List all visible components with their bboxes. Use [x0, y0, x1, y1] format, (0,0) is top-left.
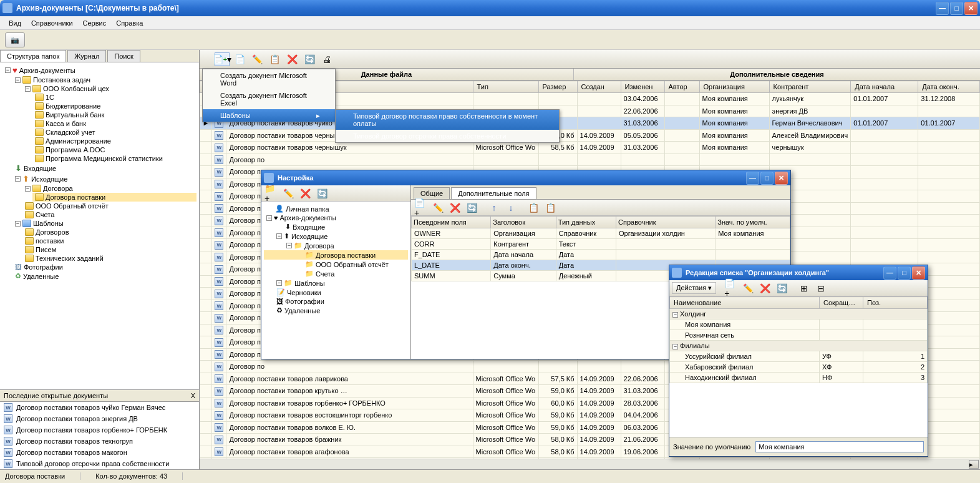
org-row[interactable]: Уссурийский филиалУФ1	[670, 351, 928, 362]
field-row[interactable]: CORRКонтрагентТекст	[412, 239, 790, 250]
settings-tree-item[interactable]: ⬇Входящие	[264, 222, 408, 232]
dd-excel[interactable]: Создать докунент Microsoft Excel	[203, 89, 335, 109]
org-edit[interactable]: ✏️	[740, 281, 755, 295]
delete-doc-button[interactable]: ❌	[284, 52, 299, 66]
field-row[interactable]: OWNERОрганизацияСправочникОрганизации хо…	[412, 228, 790, 239]
field-up[interactable]: ↑	[487, 201, 502, 215]
org-refresh[interactable]: 🔄	[774, 281, 789, 295]
copy-doc-button[interactable]: 📋	[267, 52, 282, 66]
recent-item[interactable]: WДоговор поставки товаров энергия ДВ	[0, 413, 199, 424]
minimize-button[interactable]: —	[936, 2, 949, 15]
org-row[interactable]: Хабаровский филиалХФ2	[670, 362, 928, 373]
settings-close[interactable]: ✕	[775, 172, 788, 185]
org-add[interactable]: 📄+	[724, 281, 739, 295]
tab-journal[interactable]: Журнал	[67, 50, 106, 62]
settings-min[interactable]: —	[746, 172, 759, 185]
settings-tree-item[interactable]: 🖼Фотографии	[264, 297, 408, 306]
tree-item[interactable]: Касса и банк	[32, 119, 196, 128]
field-down[interactable]: ↓	[503, 201, 518, 215]
org-row[interactable]: Находкинский филиалНФ3	[670, 373, 928, 383]
org-row[interactable]: Розничная сеть	[670, 330, 928, 341]
dd-word[interactable]: Создать докунент Microsoft Word	[203, 69, 335, 89]
settings-tree-item[interactable]: 📁Счета	[264, 269, 408, 278]
table-row[interactable]: WДоговор по	[200, 154, 980, 166]
org-group-row[interactable]: − Филиалы	[670, 341, 928, 351]
org-max[interactable]: □	[898, 266, 911, 280]
tree-item[interactable]: Виртуальный банк	[32, 110, 196, 119]
recent-item[interactable]: WТиповой договор отсрочки права собствен…	[0, 458, 199, 469]
horizontal-scrollbar[interactable]: ▸	[200, 459, 980, 469]
settings-delete[interactable]: ❌	[298, 187, 313, 200]
tree-item[interactable]: поставки	[22, 237, 196, 245]
tree-item[interactable]: Программа A.DOC	[32, 145, 196, 154]
table-row[interactable]: WДоговор поставки товаров чернышук Алекс…	[200, 129, 980, 142]
camera-button[interactable]: 📷	[5, 32, 25, 47]
fields-tab-extra[interactable]: Дополнительные поля	[451, 187, 536, 199]
add-doc-button[interactable]: 📄+▾	[215, 52, 230, 66]
org-collapse[interactable]: ⊟	[813, 281, 828, 295]
grid-col-header[interactable]: Создан	[577, 81, 621, 93]
field-row[interactable]: F_DATEДата началаДата	[412, 250, 790, 260]
menu-view[interactable]: Вид	[5, 18, 25, 28]
org-group-row[interactable]: − Холдинг	[670, 309, 928, 320]
tree-item[interactable]: 1С	[32, 93, 196, 102]
org-grid[interactable]: Наименование Сокращ… Поз. − ХолдингМоя к…	[669, 296, 928, 437]
org-actions-button[interactable]: Действия ▾	[672, 282, 716, 294]
close-icon[interactable]: X	[191, 392, 195, 399]
recent-item[interactable]: WДоговор поставки товаров техногруп	[0, 436, 199, 447]
dd-templates[interactable]: Шаблоны▸ Типовой договор поставки право …	[203, 109, 335, 122]
field-delete[interactable]: ❌	[447, 201, 462, 215]
maximize-button[interactable]: □	[950, 2, 963, 15]
grid-col-header[interactable]: Изменен	[621, 81, 664, 93]
settings-tree-item[interactable]: −📁Договора	[264, 241, 408, 250]
settings-refresh[interactable]: 🔄	[314, 187, 329, 200]
tree-item[interactable]: Писем	[22, 245, 196, 254]
grid-col-header[interactable]: Тип	[473, 81, 538, 93]
tree-item[interactable]: Договоров	[22, 228, 196, 237]
org-close[interactable]: ✕	[912, 266, 925, 280]
menu-help[interactable]: Справка	[112, 18, 147, 28]
grid-col-header[interactable]: Размер	[538, 81, 577, 93]
settings-tree-item[interactable]: 📝Черновики	[264, 288, 408, 297]
field-edit[interactable]: ✏️	[430, 201, 445, 215]
grid-col-header[interactable]: Контрагент	[769, 81, 851, 93]
dd-sub-2[interactable]: Типовой договор отсрочки права собственн…	[336, 130, 559, 142]
close-button[interactable]: ✕	[964, 2, 978, 15]
field-refresh[interactable]: 🔄	[464, 201, 479, 215]
org-delete[interactable]: ❌	[757, 281, 772, 295]
edit-doc-button[interactable]: ✏️	[250, 52, 264, 66]
settings-add-folder[interactable]: 📁+	[264, 187, 279, 200]
tree-item[interactable]: Складской учет	[32, 128, 196, 137]
field-paste[interactable]: 📋	[543, 201, 558, 215]
tree-item[interactable]: Технических заданий	[22, 254, 196, 263]
settings-tree-item[interactable]: 📁ООО Обратный отсчёт	[264, 260, 408, 269]
settings-tree-item[interactable]: 📁Договора поставки	[264, 250, 408, 260]
recent-item[interactable]: WДоговор поставки товаров горбенко+ ГОРБ…	[0, 424, 199, 436]
table-row[interactable]: WДоговор поставки товаров чернышукMicros…	[200, 142, 980, 154]
org-min[interactable]: —	[883, 266, 896, 280]
field-add[interactable]: 📄+	[414, 201, 429, 215]
recent-item[interactable]: WДоговор поставки товаров макогон	[0, 447, 199, 458]
org-default-input[interactable]	[755, 441, 924, 452]
settings-tree-item[interactable]: −♥Архив-документы	[264, 213, 408, 222]
new-doc-button[interactable]: 📄	[232, 52, 247, 66]
settings-tree-item[interactable]: −📁Шаблоны	[264, 278, 408, 288]
recent-item[interactable]: WДоговор поставки товаров чуйко Герман В…	[0, 402, 199, 413]
org-row[interactable]: Моя компания	[670, 320, 928, 330]
grid-col-header[interactable]: Автор	[664, 81, 699, 93]
print-button[interactable]: 🖨	[319, 52, 334, 66]
dd-sub-1[interactable]: Типовой договор поставки право собственн…	[336, 110, 559, 130]
field-copy[interactable]: 📋	[526, 201, 541, 215]
folder-tree[interactable]: −♥Архив-документы −Постановка задач −ООО…	[0, 62, 199, 389]
tree-item[interactable]: Бюджетирование	[32, 102, 196, 110]
tab-structure[interactable]: Структура папок	[0, 50, 66, 62]
settings-edit[interactable]: ✏️	[281, 187, 296, 200]
settings-tree-item[interactable]: ♻Удаленные	[264, 306, 408, 315]
tab-search[interactable]: Поиск	[107, 50, 140, 62]
menu-service[interactable]: Сервис	[79, 18, 110, 28]
org-expand[interactable]: ⊞	[797, 281, 812, 295]
settings-tree-item[interactable]: −⬆Исходящие	[264, 232, 408, 241]
grid-col-header[interactable]: Организация	[699, 81, 769, 93]
refresh-button[interactable]: 🔄	[302, 52, 317, 66]
grid-col-header[interactable]: Дата начала	[851, 81, 918, 93]
